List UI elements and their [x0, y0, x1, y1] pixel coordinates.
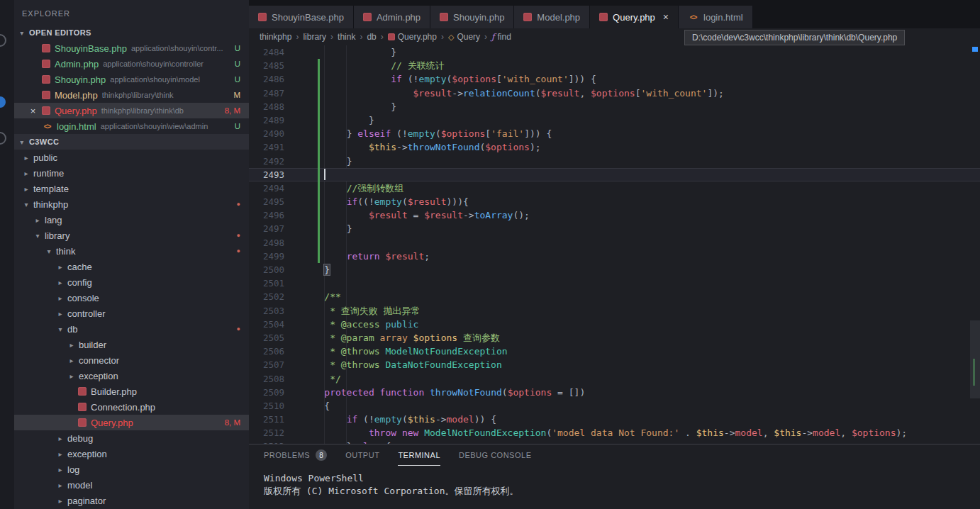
scrollbar-thumb[interactable] — [970, 320, 980, 398]
tree-item-console[interactable]: ▸console — [14, 290, 249, 306]
code-line-2493[interactable]: 2493 — [249, 168, 980, 181]
close-icon[interactable]: × — [663, 11, 669, 23]
breadcrumb-item-query.php[interactable]: Query.php — [388, 32, 437, 42]
panel-tab-problems[interactable]: PROBLEMS8 — [264, 444, 327, 466]
tree-item-runtime[interactable]: ▸runtime — [14, 165, 249, 181]
modified-dot-icon: ● — [237, 325, 240, 332]
open-editor-item[interactable]: Admin.phpapplication\shouyin\controllerU — [14, 56, 249, 72]
tab-shouyinbase.php[interactable]: ShouyinBase.php — [249, 6, 354, 28]
code-line-2488[interactable]: 2488 } — [249, 100, 980, 113]
file-path: application\shouyin\controller — [103, 60, 230, 68]
code-line-2495[interactable]: 2495 if((!empty($result))){ — [249, 195, 980, 208]
breadcrumb-item-thinkphp[interactable]: thinkphp — [260, 32, 291, 42]
code-text: */ — [302, 372, 341, 386]
tab-admin.php[interactable]: Admin.php — [354, 6, 430, 28]
php-file-icon — [440, 13, 448, 21]
tree-item-exception[interactable]: ▸exception — [14, 368, 249, 384]
tree-item-connector[interactable]: ▸connector — [14, 352, 249, 368]
code-line-2502[interactable]: 2502 /** — [249, 290, 980, 303]
code-line-2492[interactable]: 2492 } — [249, 155, 980, 168]
tree-item-builder[interactable]: ▸builder — [14, 337, 249, 352]
code-line-2510[interactable]: 2510 { — [249, 399, 980, 413]
code-line-2491[interactable]: 2491 $this->throwNotFound($options); — [249, 140, 980, 154]
tree-item-debug[interactable]: ▸debug — [14, 430, 249, 446]
code-line-2512[interactable]: 2512 throw new ModelNotFoundException('m… — [249, 426, 980, 440]
code-line-2504[interactable]: 2504 * @access public — [249, 318, 980, 331]
tab-query.php[interactable]: Query.php× — [590, 6, 679, 28]
code-line-2506[interactable]: 2506 * @throws ModelNotFoundException — [249, 345, 980, 358]
activity-bar[interactable] — [0, 0, 14, 509]
terminal-output[interactable]: Windows PowerShell版权所有 (C) Microsoft Cor… — [249, 466, 980, 498]
tree-item-lang[interactable]: ▸lang — [14, 212, 249, 228]
breadcrumb-item-library[interactable]: library — [303, 32, 326, 42]
tree-item-connection.php[interactable]: Connection.php — [14, 399, 249, 415]
tree-item-controller[interactable]: ▸controller — [14, 306, 249, 321]
workspace-root-header[interactable]: ▾ C3WCC — [14, 134, 249, 150]
open-editor-item[interactable]: ×Query.phpthinkphp\library\think\db8, M — [14, 103, 249, 118]
tree-item-template[interactable]: ▸template — [14, 181, 249, 196]
tab-login.html[interactable]: <>login.html — [679, 6, 753, 28]
open-editor-item[interactable]: <>login.htmlapplication\shouyin\view\adm… — [14, 118, 249, 134]
vscode-window: EXPLORER ▾ OPEN EDITORS ShouyinBase.phpa… — [0, 0, 980, 509]
breadcrumb-item-think[interactable]: think — [338, 32, 355, 42]
open-editor-item[interactable]: Shouyin.phpapplication\shouyin\modelU — [14, 72, 249, 87]
code-line-2489[interactable]: 2489 } — [249, 113, 980, 127]
code-line-2513[interactable]: 2513 } else { — [249, 440, 980, 444]
tab-model.php[interactable]: Model.php — [514, 6, 590, 28]
code-line-2507[interactable]: 2507 * @throws DataNotFoundException — [249, 358, 980, 371]
panel-tab-output[interactable]: OUTPUT — [345, 444, 379, 466]
code-line-2485[interactable]: 2485 // 关联统计 — [249, 59, 980, 72]
code-editor[interactable]: 2484 }2485 // 关联统计2486 if (!empty($optio… — [249, 45, 980, 444]
code-line-2494[interactable]: 2494 //强制转数组 — [249, 181, 980, 195]
php-file-icon — [42, 106, 50, 115]
tree-item-label: template — [33, 184, 69, 194]
breadcrumb-item-db[interactable]: db — [367, 32, 376, 42]
code-line-2505[interactable]: 2505 * @param array $options 查询参数 — [249, 331, 980, 345]
chevron-right-icon: ▸ — [55, 466, 65, 474]
code-line-2490[interactable]: 2490 } elseif (!empty($options['fail']))… — [249, 127, 980, 140]
code-line-2498[interactable]: 2498 — [249, 236, 980, 250]
tree-item-label: config — [67, 277, 92, 288]
tree-item-library[interactable]: ▾library● — [14, 228, 249, 243]
line-number: 2497 — [249, 222, 284, 235]
code-line-2501[interactable]: 2501 — [249, 276, 980, 290]
code-line-2500[interactable]: 2500 } — [249, 263, 980, 276]
code-line-2503[interactable]: 2503 * 查询失败 抛出异常 — [249, 304, 980, 318]
tree-item-public[interactable]: ▸public — [14, 150, 249, 165]
code-line-2511[interactable]: 2511 if (!empty($this->model)) { — [249, 413, 980, 426]
file-path: thinkphp\library\think — [102, 91, 230, 99]
tree-item-exception[interactable]: ▸exception — [14, 446, 249, 462]
open-editors-header[interactable]: ▾ OPEN EDITORS — [14, 25, 249, 40]
code-line-2496[interactable]: 2496 $result = $result->toArray(); — [249, 208, 980, 222]
file-name: Admin.php — [55, 59, 99, 69]
tree-item-cache[interactable]: ▸cache — [14, 259, 249, 274]
code-line-2497[interactable]: 2497 } — [249, 222, 980, 235]
tree-item-think[interactable]: ▾think● — [14, 243, 249, 259]
tree-item-label: public — [33, 152, 57, 163]
code-line-2487[interactable]: 2487 $result->relationCount($result, $op… — [249, 86, 980, 100]
code-line-2486[interactable]: 2486 if (!empty($options['with_count']))… — [249, 72, 980, 86]
tree-item-builder.php[interactable]: Builder.php — [14, 384, 249, 399]
tree-item-thinkphp[interactable]: ▾thinkphp● — [14, 196, 249, 212]
open-editor-item[interactable]: Model.phpthinkphp\library\thinkM — [14, 87, 249, 103]
tab-shouyin.php[interactable]: Shouyin.php — [430, 6, 514, 28]
breadcrumb-item-find[interactable]: ƒfind — [491, 32, 511, 42]
code-line-2484[interactable]: 2484 } — [249, 45, 980, 59]
scrollbar[interactable] — [970, 45, 980, 444]
breadcrumb-item-query[interactable]: ◇Query — [448, 32, 480, 42]
tree-item-log[interactable]: ▸log — [14, 462, 249, 477]
code-line-2509[interactable]: 2509 protected function throwNotFound($o… — [249, 386, 980, 399]
tree-item-db[interactable]: ▾db● — [14, 321, 249, 337]
tree-item-paginator[interactable]: ▸paginator — [14, 493, 249, 508]
tree-item-query.php[interactable]: Query.php8, M — [14, 415, 249, 430]
tree-item-model[interactable]: ▸model — [14, 477, 249, 493]
close-icon[interactable]: × — [28, 106, 38, 116]
open-editor-item[interactable]: ShouyinBase.phpapplication\shouyin\contr… — [14, 40, 249, 56]
panel-tab-debug-console[interactable]: DEBUG CONSOLE — [459, 444, 531, 466]
code-text: * @throws DataNotFoundException — [302, 358, 502, 371]
code-line-2499[interactable]: 2499 return $result; — [249, 250, 980, 263]
tree-item-config[interactable]: ▸config — [14, 274, 249, 290]
panel-tab-terminal[interactable]: TERMINAL — [398, 444, 440, 466]
php-file-icon — [42, 60, 50, 68]
code-line-2508[interactable]: 2508 */ — [249, 372, 980, 386]
